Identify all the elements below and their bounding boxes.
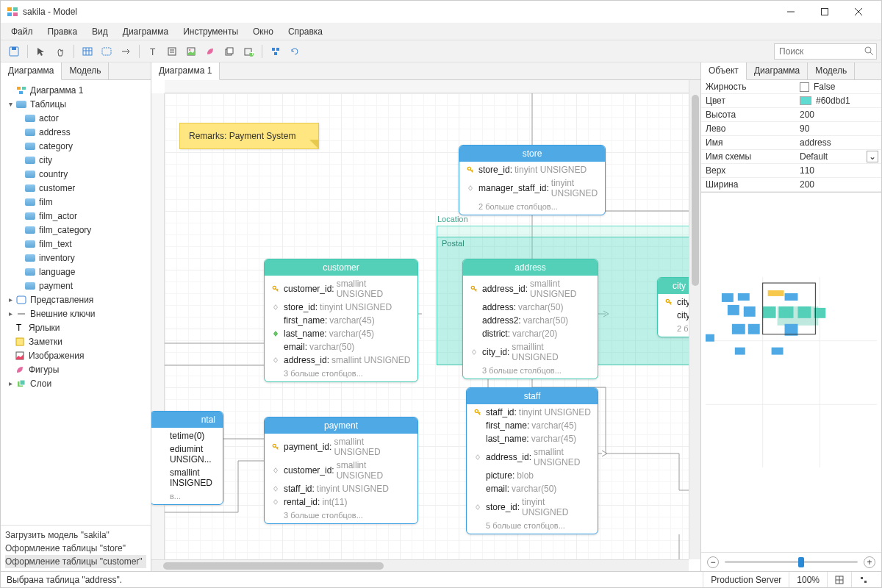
expand-icon[interactable]: ▸ bbox=[5, 379, 15, 387]
tree-table-film_text[interactable]: film_text bbox=[1, 237, 151, 251]
tree-labels[interactable]: TЯрлыки bbox=[1, 320, 151, 334]
prop-color[interactable]: Цвет#60dbd1 bbox=[701, 94, 881, 108]
entity-city[interactable]: city city_city:2 бо bbox=[657, 277, 689, 337]
column-row[interactable]: city: bbox=[658, 309, 689, 322]
more-columns[interactable]: 3 больше столбцов... bbox=[265, 367, 417, 380]
more-columns[interactable]: в... bbox=[151, 490, 223, 503]
refresh-icon[interactable] bbox=[286, 43, 304, 60]
column-row[interactable]: city_ bbox=[658, 295, 689, 309]
zoom-slider[interactable] bbox=[725, 561, 858, 563]
save-icon[interactable] bbox=[5, 43, 23, 60]
column-row[interactable]: payment_id:smallint UNSIGNED bbox=[265, 435, 417, 459]
prop-schema[interactable]: Имя схемыDefault⌄ bbox=[701, 150, 881, 164]
minimap[interactable] bbox=[706, 197, 877, 548]
more-columns[interactable]: 5 больше столбцов... bbox=[467, 519, 598, 532]
tree-table-film[interactable]: film bbox=[1, 195, 151, 209]
more-columns[interactable]: 2 больше столбцов... bbox=[459, 200, 605, 213]
layer-icon[interactable] bbox=[220, 43, 238, 60]
column-row[interactable]: address_id:smallint UNSIGNED bbox=[467, 445, 598, 469]
relation-icon[interactable] bbox=[117, 43, 135, 60]
column-row[interactable]: district:varchar(20) bbox=[463, 327, 598, 340]
prop-height[interactable]: Высота200 bbox=[701, 108, 881, 122]
tab-model-r[interactable]: Модель bbox=[808, 62, 855, 79]
tab-object[interactable]: Объект bbox=[701, 62, 747, 80]
column-row[interactable]: staff_id:tinyint UNSIGNED bbox=[467, 406, 598, 419]
tab-diagram-r[interactable]: Диаграмма bbox=[747, 62, 808, 79]
maximize-button[interactable] bbox=[808, 1, 842, 23]
new-layer-icon[interactable]: + bbox=[240, 43, 257, 60]
history-item[interactable]: Загрузить модель "sakila" bbox=[5, 528, 146, 542]
prop-top[interactable]: Верх110 bbox=[701, 164, 881, 178]
tree-images[interactable]: Изображения bbox=[1, 348, 151, 362]
column-row[interactable]: store_id:tinyint UNSIGNED bbox=[459, 163, 605, 176]
column-row[interactable]: staff_id:tinyint UNSIGNED bbox=[265, 482, 417, 495]
tree-table-language[interactable]: language bbox=[1, 265, 151, 279]
status-snap-icon[interactable] bbox=[851, 572, 875, 587]
menu-diagram[interactable]: Диаграмма bbox=[115, 24, 176, 39]
column-row[interactable]: rental_id:int(11) bbox=[265, 495, 417, 509]
tree-table-inventory[interactable]: inventory bbox=[1, 251, 151, 265]
column-row[interactable]: first_name:varchar(45) bbox=[265, 314, 417, 327]
note-icon[interactable] bbox=[163, 43, 181, 60]
column-row[interactable]: store_id:tinyint UNSIGNED bbox=[467, 495, 598, 519]
column-row[interactable]: last_name:varchar(45) bbox=[265, 327, 417, 340]
column-row[interactable]: first_name:varchar(45) bbox=[467, 419, 598, 432]
checkbox-icon[interactable] bbox=[800, 82, 809, 92]
table-icon[interactable] bbox=[79, 43, 96, 60]
column-row[interactable]: ediumint UNSIGN... bbox=[151, 442, 223, 466]
menu-file[interactable]: Файл bbox=[4, 24, 40, 39]
zoom-out-icon[interactable]: − bbox=[707, 556, 719, 568]
canvas-grid[interactable]: Remarks: Payment System Location Postal … bbox=[165, 93, 689, 559]
column-row[interactable]: tetime(0) bbox=[151, 429, 223, 442]
text-icon[interactable]: T bbox=[144, 43, 162, 60]
tab-diagram[interactable]: Диаграмма bbox=[1, 62, 62, 80]
column-row[interactable]: picture:blob bbox=[467, 469, 598, 482]
status-grid-icon[interactable] bbox=[827, 572, 851, 587]
tree-layers[interactable]: ▸Слои bbox=[1, 376, 151, 390]
entity-address[interactable]: address address_id:smallint UNSIGNEDaddr… bbox=[462, 259, 598, 379]
tree-notes[interactable]: Заметки bbox=[1, 334, 151, 348]
entity-payment[interactable]: payment payment_id:smallint UNSIGNEDcust… bbox=[264, 417, 418, 524]
scrollbar-horizontal[interactable] bbox=[151, 559, 689, 571]
expand-icon[interactable]: ▸ bbox=[5, 309, 15, 318]
tree-fkeys[interactable]: ▸Внешние ключи bbox=[1, 306, 151, 320]
column-row[interactable]: email:varchar(50) bbox=[265, 340, 417, 354]
tree-tables[interactable]: ▾Таблицы bbox=[1, 97, 151, 111]
menu-window[interactable]: Окно bbox=[245, 24, 281, 39]
dropdown-icon[interactable]: ⌄ bbox=[867, 151, 878, 162]
note[interactable]: Remarks: Payment System bbox=[179, 123, 319, 149]
tree-table-payment[interactable]: payment bbox=[1, 279, 151, 293]
column-row[interactable]: email:varchar(50) bbox=[467, 482, 598, 495]
column-row[interactable]: address_id:smallint UNSIGNED bbox=[463, 277, 598, 301]
prop-width[interactable]: Ширина200 bbox=[701, 178, 881, 192]
close-button[interactable] bbox=[842, 1, 875, 23]
tab-model[interactable]: Модель bbox=[62, 62, 109, 79]
menu-help[interactable]: Справка bbox=[281, 24, 330, 39]
minimize-button[interactable] bbox=[774, 1, 808, 23]
menu-view[interactable]: Вид bbox=[85, 24, 115, 39]
view-icon[interactable] bbox=[98, 43, 115, 60]
column-row[interactable]: address:varchar(50) bbox=[463, 301, 598, 314]
tree-views[interactable]: ▸Представления bbox=[1, 293, 151, 306]
column-row[interactable]: store_id:tinyint UNSIGNED bbox=[265, 301, 417, 314]
column-row[interactable]: customer_id:smallint UNSIGNED bbox=[265, 459, 417, 482]
tree-table-film_category[interactable]: film_category bbox=[1, 223, 151, 237]
tree-table-film_actor[interactable]: film_actor bbox=[1, 209, 151, 223]
color-swatch[interactable] bbox=[800, 96, 811, 105]
collapse-icon[interactable]: ▾ bbox=[5, 100, 15, 108]
column-row[interactable]: address_id:smallint UNSIGNED bbox=[265, 354, 417, 367]
column-row[interactable]: address2:varchar(50) bbox=[463, 314, 598, 327]
canvas[interactable]: Remarks: Payment System Location Postal … bbox=[151, 80, 689, 559]
scrollbar-vertical[interactable] bbox=[689, 80, 700, 559]
prop-name[interactable]: Имяaddress bbox=[701, 136, 881, 150]
tree-table-country[interactable]: country bbox=[1, 167, 151, 181]
prop-bold[interactable]: ЖирностьFalse bbox=[701, 80, 881, 94]
tree-table-address[interactable]: address bbox=[1, 125, 151, 139]
more-columns[interactable]: 2 бо bbox=[658, 322, 689, 335]
hand-icon[interactable] bbox=[51, 43, 69, 60]
column-row[interactable]: last_name:varchar(45) bbox=[467, 432, 598, 445]
zoom-in-icon[interactable]: + bbox=[864, 556, 875, 568]
tree-table-actor[interactable]: actor bbox=[1, 111, 151, 125]
expand-icon[interactable]: ▸ bbox=[5, 295, 15, 304]
column-row[interactable]: customer_id:smallint UNSIGNED bbox=[265, 277, 417, 301]
